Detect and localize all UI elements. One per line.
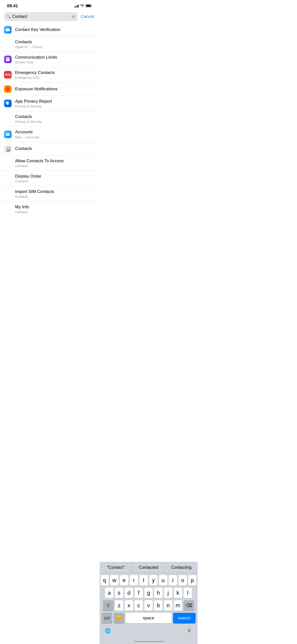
result-text-contact-key-verification: Contact Key Verification (15, 27, 94, 32)
result-title: My Info (15, 204, 94, 210)
result-subtitle: Apple ID → iCloud (15, 45, 94, 49)
result-text-contacts-icloud: Contacts Apple ID → iCloud (15, 39, 94, 49)
svg-rect-11 (10, 148, 10, 150)
clear-button[interactable]: ⊗ (71, 14, 75, 19)
screen-time-icon (4, 56, 12, 63)
result-title: Import SIM Contacts (15, 189, 94, 194)
search-icon: 🔍 (7, 15, 11, 19)
result-text-display-order: Display Order Contacts (15, 174, 94, 183)
result-subtitle: Contacts (15, 179, 94, 183)
result-text-app-privacy-report: App Privacy Report Privacy & Security (15, 99, 94, 108)
exposure-icon (4, 85, 12, 93)
result-subtitle: Contacts (15, 164, 94, 168)
result-text-comm-limits: Communication Limits Screen Time (15, 55, 94, 64)
cancel-button[interactable]: Cancel (81, 14, 94, 19)
svg-rect-1 (91, 5, 92, 7)
mail-icon (4, 131, 12, 138)
result-item-contact-key-verification[interactable]: Contact Key Verification (0, 23, 98, 36)
result-text-allow-contacts: Allow Contacts To Access Contacts (15, 158, 94, 168)
result-title: Allow Contacts To Access (15, 158, 94, 164)
status-icons (74, 4, 92, 8)
result-item-accounts-mail[interactable]: Accounts Mail → Accounts (0, 127, 98, 142)
result-text-contacts-app: Contacts (15, 146, 94, 151)
result-item-contacts-app[interactable]: Contacts (0, 142, 98, 155)
result-title: App Privacy Report (15, 99, 94, 104)
search-bar-container: 🔍 ⊗ Cancel (0, 10, 98, 23)
result-title: Contacts (15, 39, 94, 45)
result-item-communication-limits[interactable]: Communication Limits Screen Time (0, 52, 98, 67)
result-title: Contacts (15, 146, 94, 151)
result-subtitle: Emergency SOS (15, 76, 94, 79)
result-subtitle: Contacts (15, 210, 94, 214)
result-item-app-privacy-report[interactable]: App Privacy Report Privacy & Security (0, 96, 98, 111)
results-list: Contact Key Verification Contacts Apple … (0, 23, 98, 217)
result-title: Exposure Notifications (15, 86, 94, 92)
privacy-icon (4, 100, 12, 107)
search-input-wrapper[interactable]: 🔍 ⊗ (4, 12, 78, 21)
result-title: Display Order (15, 174, 94, 179)
battery-icon (86, 4, 92, 8)
result-title: Emergency Contacts (15, 70, 94, 75)
result-item-contacts-icloud[interactable]: Contacts Apple ID → iCloud (0, 36, 98, 52)
svg-rect-2 (86, 5, 91, 7)
search-input[interactable] (12, 14, 70, 19)
svg-rect-10 (10, 147, 10, 148)
result-item-import-sim[interactable]: Import SIM Contacts Contacts (0, 186, 98, 202)
result-item-allow-contacts-access[interactable]: Allow Contacts To Access Contacts (0, 155, 98, 171)
contacts-app-icon (4, 145, 12, 152)
result-text-import-sim: Import SIM Contacts Contacts (15, 189, 94, 198)
result-title: Contacts (15, 114, 94, 119)
result-text-emergency-contacts: Emergency Contacts Emergency SOS (15, 70, 94, 79)
status-time: 09:41 (7, 4, 18, 9)
result-subtitle: Contacts (15, 195, 94, 198)
result-title: Communication Limits (15, 55, 94, 60)
result-text-accounts-mail: Accounts Mail → Accounts (15, 129, 94, 139)
result-item-display-order[interactable]: Display Order Contacts (0, 171, 98, 186)
result-subtitle: Screen Time (15, 60, 94, 64)
result-subtitle: Privacy & Security (15, 120, 94, 124)
status-bar: 09:41 (0, 0, 98, 10)
svg-rect-4 (7, 58, 9, 59)
wifi-icon (80, 4, 84, 8)
svg-rect-6 (6, 133, 10, 136)
result-text-my-info: My Info Contacts (15, 204, 94, 214)
result-subtitle: Mail → Accounts (15, 135, 94, 139)
signal-icon (74, 5, 79, 8)
sos-icon: SOS (4, 71, 12, 78)
svg-point-8 (7, 147, 9, 149)
result-item-exposure-notifications[interactable]: Exposure Notifications (0, 83, 98, 96)
svg-rect-12 (10, 150, 10, 151)
result-title: Accounts (15, 129, 94, 135)
cloud-icon (4, 26, 12, 33)
result-item-contacts-privacy[interactable]: Contacts Privacy & Security (0, 111, 98, 127)
result-text-contacts-privacy: Contacts Privacy & Security (15, 114, 94, 124)
result-title: Contact Key Verification (15, 27, 94, 32)
result-item-emergency-contacts[interactable]: SOS Emergency Contacts Emergency SOS (0, 67, 98, 83)
result-text-exposure-notifications: Exposure Notifications (15, 86, 94, 92)
result-item-my-info[interactable]: My Info Contacts (0, 202, 98, 217)
svg-rect-5 (7, 59, 8, 60)
result-subtitle: Privacy & Security (15, 104, 94, 108)
